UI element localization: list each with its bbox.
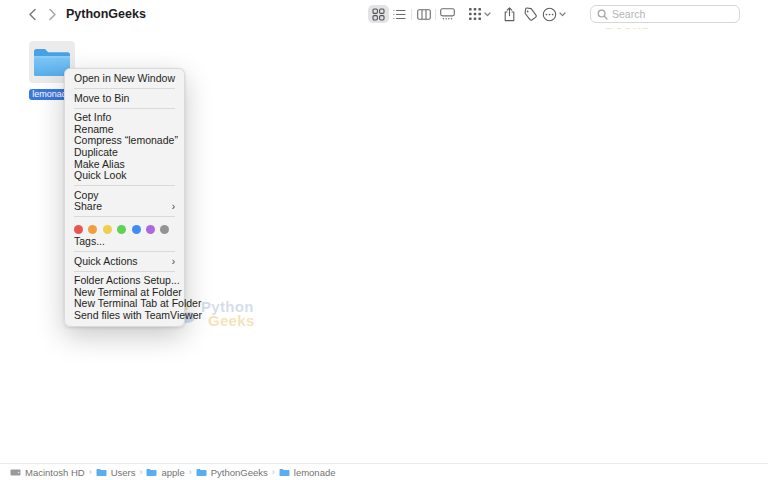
chevron-down-icon: [559, 12, 566, 17]
column-view-icon: [417, 9, 431, 20]
group-grid-icon: [468, 7, 482, 21]
tag-icon: [523, 7, 538, 21]
chevron-right-icon: [48, 8, 57, 21]
menu-divider: [74, 88, 175, 89]
hard-drive-icon: [10, 468, 21, 477]
tag-button[interactable]: [523, 5, 538, 23]
path-separator: ›: [272, 467, 275, 477]
menu-item-move-to-bin[interactable]: Move to Bin: [65, 93, 184, 105]
context-menu: Open in New Window Move to Bin Get Info …: [64, 68, 185, 327]
search-field[interactable]: [590, 5, 740, 23]
menu-item-quick-look[interactable]: Quick Look: [65, 170, 184, 182]
list-view-button[interactable]: [389, 5, 410, 23]
watermark-text: Python: [201, 298, 254, 315]
grid-view-icon: [372, 8, 385, 21]
menu-divider: [74, 271, 175, 272]
tag-color-dot[interactable]: [74, 225, 83, 234]
path-separator: ›: [189, 467, 192, 477]
finder-window: PythonGeeks: [0, 0, 768, 480]
tag-color-dot[interactable]: [146, 225, 155, 234]
segment-divider: [411, 9, 412, 20]
segment-divider: [435, 9, 436, 20]
submenu-arrow-icon: ›: [172, 201, 175, 213]
menu-item-quick-actions[interactable]: Quick Actions›: [65, 256, 184, 268]
menu-item-send-files-with-teamviewer[interactable]: Send files with TeamViewer: [65, 310, 184, 322]
tag-color-dot[interactable]: [117, 225, 126, 234]
icon-view-button[interactable]: [368, 5, 389, 23]
back-button[interactable]: [24, 6, 40, 22]
menu-item-share[interactable]: Share›: [65, 201, 184, 213]
share-button[interactable]: [503, 5, 516, 23]
menu-divider: [74, 251, 175, 252]
more-actions-button[interactable]: [542, 5, 566, 23]
chevron-left-icon: [28, 8, 37, 21]
folder-icon: [196, 468, 207, 477]
share-icon: [503, 7, 516, 22]
tag-colors-row: [65, 221, 184, 236]
menu-divider: [74, 216, 175, 217]
path-separator: ›: [139, 467, 142, 477]
gallery-view-button[interactable]: [437, 5, 458, 23]
menu-divider: [74, 185, 175, 186]
view-switcher: [368, 5, 458, 23]
search-input[interactable]: [612, 8, 733, 20]
toolbar: PythonGeeks: [0, 0, 768, 28]
menu-item-duplicate[interactable]: Duplicate: [65, 147, 184, 159]
path-item-pythongeeks[interactable]: PythonGeeks: [196, 467, 268, 478]
tag-color-dot[interactable]: [103, 225, 112, 234]
window-title: PythonGeeks: [66, 7, 146, 21]
menu-item-folder-actions-setup[interactable]: Folder Actions Setup...: [65, 275, 184, 287]
search-icon: [597, 9, 608, 20]
folder-icon: [146, 468, 157, 477]
menu-divider: [74, 108, 175, 109]
tag-color-dot[interactable]: [88, 225, 97, 234]
path-bar: Macintosh HD › Users › apple › PythonGee…: [0, 463, 768, 480]
forward-button[interactable]: [44, 6, 60, 22]
path-item-lemonade[interactable]: lemonade: [279, 467, 336, 478]
list-view-icon: [393, 9, 406, 20]
gallery-view-icon: [440, 8, 455, 20]
ellipsis-circle-icon: [542, 7, 557, 22]
tag-color-dot[interactable]: [160, 225, 169, 234]
chevron-down-icon: [484, 12, 491, 17]
submenu-arrow-icon: ›: [172, 256, 175, 268]
tag-color-dot[interactable]: [132, 225, 141, 234]
menu-item-tags[interactable]: Tags...: [65, 236, 184, 248]
path-item-users[interactable]: Users: [96, 467, 136, 478]
path-item-macintosh-hd[interactable]: Macintosh HD: [10, 467, 85, 478]
column-view-button[interactable]: [413, 5, 434, 23]
path-separator: ›: [89, 467, 92, 477]
watermark-text: Geeks: [201, 312, 255, 329]
menu-item-open-in-new-window[interactable]: Open in New Window: [65, 73, 184, 85]
folder-icon: [279, 468, 290, 477]
folder-icon: [96, 468, 107, 477]
path-item-apple[interactable]: apple: [146, 467, 184, 478]
group-by-button[interactable]: [468, 5, 491, 23]
